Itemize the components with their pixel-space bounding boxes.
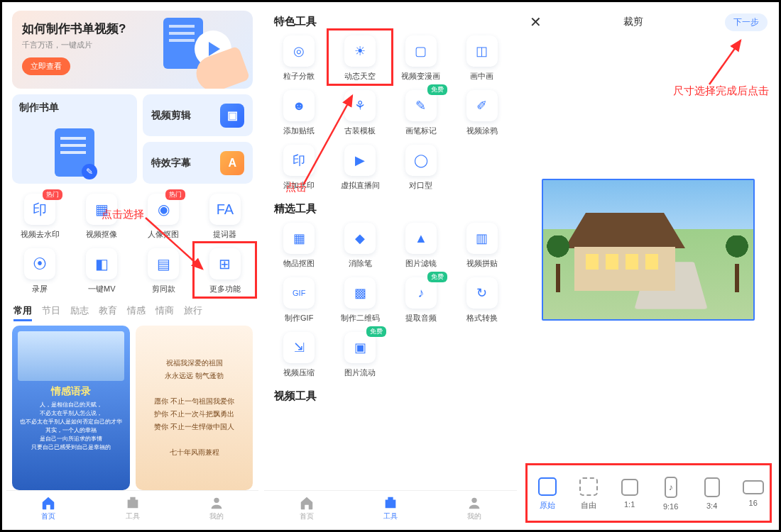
tool-icon: ▢ [405, 35, 437, 67]
tool-对口型[interactable]: ◯对口型 [390, 142, 452, 194]
ratio-自由[interactable]: 自由 [574, 477, 604, 511]
tool-icon: ◯ [405, 145, 437, 176]
badge: 热门 [43, 189, 62, 200]
feature-make-booklist[interactable]: 制作书单 ✎ [12, 94, 137, 184]
tool-添加贴纸[interactable]: ☻添加贴纸 [268, 87, 329, 139]
ratio-1:1[interactable]: 1:1 [615, 479, 645, 509]
tab-情感[interactable]: 情感 [127, 304, 146, 321]
nav-首页[interactable]: 首页 [6, 491, 90, 526]
tool-制作二维码[interactable]: ▩制作二维码 [329, 275, 390, 326]
nav-工具[interactable]: 工具 [349, 491, 432, 526]
text-a-icon: A [220, 151, 244, 175]
svg-point-2 [472, 498, 477, 503]
badge: 免费 [366, 326, 386, 337]
tool-视频去水印[interactable]: 印视频去水印热门 [9, 191, 71, 243]
tool-icon: ⇲ [283, 332, 315, 363]
crop-icon: ▣ [220, 104, 244, 128]
ratio-16[interactable]: 16 [738, 480, 768, 507]
tool-画中画[interactable]: ◫画中画 [452, 33, 513, 84]
banner-illustration [132, 18, 246, 82]
tab-情商[interactable]: 情商 [155, 304, 174, 321]
nav-我的[interactable]: 我的 [432, 491, 516, 526]
tool-icon: ◎ [283, 35, 315, 67]
tool-icon: ⊞ [209, 248, 241, 279]
tool-录屏[interactable]: ⦿录屏 [9, 245, 71, 297]
tool-虚拟直播间[interactable]: ▶虚拟直播间 [329, 142, 390, 194]
badge: 免费 [427, 272, 447, 282]
tool-消除笔[interactable]: ◆消除笔 [329, 220, 390, 272]
tool-icon: ▩ [344, 277, 376, 309]
tool-视频压缩[interactable]: ⇲视频压缩 [268, 329, 329, 381]
tool-icon: ◆ [344, 223, 376, 254]
tool-icon: 印 [283, 145, 315, 176]
tool-icon: ☻ [283, 90, 315, 121]
tool-物品抠图[interactable]: ▦物品抠图 [268, 220, 329, 272]
tool-动态天空[interactable]: ☀动态天空 [329, 33, 390, 84]
tool-画笔标记[interactable]: ✎画笔标记免费 [390, 87, 452, 139]
tool-视频变漫画[interactable]: ▢视频变漫画 [390, 33, 452, 84]
ratio-bar: 原始自由1:1♪9:163:416 [523, 462, 775, 526]
tool-icon: ▲ [405, 223, 437, 254]
section-special: 特色工具 [274, 15, 506, 28]
tool-提取音频[interactable]: ♪提取音频免费 [390, 275, 452, 326]
bottom-nav: 首页工具我的 [6, 490, 258, 526]
tool-icon: ▥ [466, 223, 498, 254]
bottom-nav: 首页工具我的 [264, 490, 516, 526]
tool-图片滤镜[interactable]: ▲图片滤镜 [390, 220, 452, 272]
feature-fx-subtitle[interactable]: 特效字幕 A [143, 142, 253, 184]
edit-icon: ✎ [82, 164, 97, 179]
banner-cta-button[interactable]: 立即查看 [22, 57, 70, 75]
next-button[interactable]: 下一步 [725, 13, 768, 31]
tool-icon: ◫ [466, 35, 498, 67]
tab-教育[interactable]: 教育 [99, 304, 117, 321]
ratio-原始[interactable]: 原始 [532, 477, 562, 511]
tab-常用[interactable]: 常用 [13, 304, 32, 321]
tool-添加水印[interactable]: 印添加水印 [268, 142, 329, 194]
tab-旅行[interactable]: 旅行 [184, 304, 202, 321]
badge: 免费 [427, 84, 447, 95]
tool-icon: ⚘ [344, 90, 376, 121]
crop-preview-image[interactable] [542, 179, 755, 321]
template-card-1[interactable]: 情感语录 人，是相信自己的天赋，不必太在乎别人怎么说，也不必太在乎别人是如何否定… [12, 326, 130, 490]
tool-格式转换[interactable]: ↻格式转换 [452, 275, 513, 326]
section-selected: 精选工具 [274, 202, 506, 216]
tool-icon: ⦿ [24, 248, 55, 279]
tool-古装模板[interactable]: ⚘古装模板 [329, 87, 390, 139]
svg-point-0 [214, 498, 219, 503]
phone-crop: ✕ 裁剪 下一步 尺寸选择完成后点击 原始自由1:1♪9:163:416 [523, 6, 775, 526]
ratio-3:4[interactable]: 3:4 [697, 477, 727, 510]
tool-icon: ↻ [466, 277, 498, 309]
tab-节日[interactable]: 节日 [42, 304, 60, 321]
tool-一键MV[interactable]: ◧一键MV [71, 245, 133, 297]
ratio-9:16[interactable]: ♪9:16 [656, 477, 686, 511]
section-video: 视频工具 [274, 389, 506, 403]
tool-icon: ▦ [283, 223, 315, 254]
tool-视频涂鸦[interactable]: ✐视频涂鸦 [452, 87, 513, 139]
tool-icon: GIF [283, 277, 315, 309]
tool-视频拼贴[interactable]: ▥视频拼贴 [452, 220, 513, 272]
tool-图片流动[interactable]: ▣图片流动免费 [329, 329, 390, 381]
nav-我的[interactable]: 我的 [175, 491, 258, 526]
tool-粒子分散[interactable]: ◎粒子分散 [268, 33, 329, 84]
tab-励志[interactable]: 励志 [70, 304, 89, 321]
close-icon[interactable]: ✕ [530, 13, 542, 31]
tool-icon: FA [209, 194, 241, 225]
page-title: 裁剪 [623, 16, 643, 28]
tool-更多功能[interactable]: ⊞更多功能 [194, 245, 256, 297]
tool-icon: ▦ [86, 194, 117, 225]
nav-工具[interactable]: 工具 [90, 491, 174, 526]
tool-icon: ✐ [466, 90, 498, 121]
nav-首页[interactable]: 首页 [264, 491, 348, 526]
template-tabs: 常用节日励志教育情感情商旅行 [13, 304, 251, 321]
tool-视频抠像[interactable]: ▦视频抠像 [71, 191, 133, 243]
promo-banner[interactable]: 如何制作书单视频? 千言万语，一键成片 立即查看 [12, 11, 253, 89]
tool-icon: ◧ [86, 248, 117, 279]
tool-提词器[interactable]: FA提词器 [194, 191, 256, 243]
tool-icon: ▶ [344, 145, 376, 176]
template-card-2[interactable]: 祝福我深爱的祖国永永远远 朝气蓬勃愿你 不止一句祖国我爱你护你 不止一次斗把飘勇… [136, 326, 253, 490]
tool-人像抠图[interactable]: ◉人像抠图热门 [133, 191, 195, 243]
tool-制作GIF[interactable]: GIF制作GIF [268, 275, 329, 326]
feature-video-edit[interactable]: 视频剪辑 ▣ [143, 94, 253, 136]
tool-剪同款[interactable]: ▤剪同款 [133, 245, 195, 297]
phone-tools: 特色工具 ◎粒子分散☀动态天空▢视频变漫画◫画中画☻添加贴纸⚘古装模板✎画笔标记… [264, 6, 516, 526]
